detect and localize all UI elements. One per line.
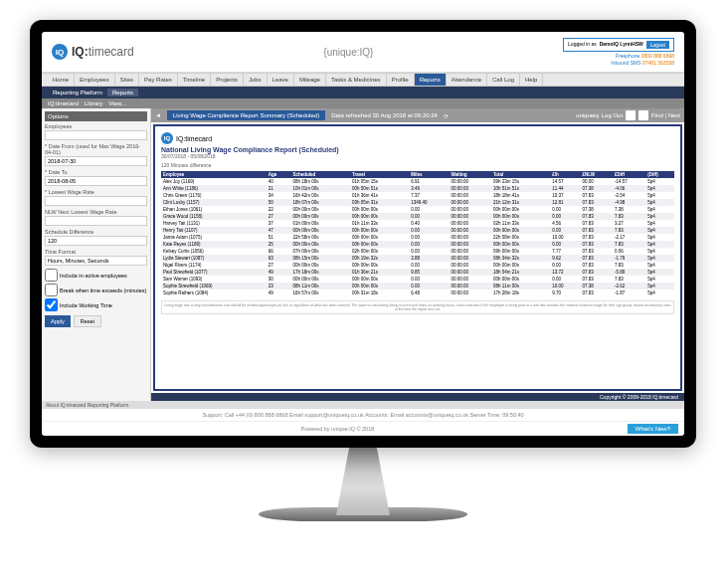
toolbar-view[interactable]: View... — [108, 100, 126, 106]
export-icon[interactable] — [626, 110, 636, 120]
table-row[interactable]: Grace Wood (1158)2700h 00m 00s00h 00m 00… — [161, 213, 674, 220]
cell: 5p4 — [645, 213, 674, 220]
cell: Harvey Tait (1131) — [161, 220, 267, 227]
subnav-reporting-platform[interactable]: Reporting Platform — [48, 89, 107, 96]
refresh-icon[interactable]: ⟳ — [444, 112, 449, 119]
nav-mileage[interactable]: Mileage — [294, 74, 326, 86]
table-row[interactable]: Chris Green (1176)3416h 42m 00s01h 36m 4… — [161, 192, 674, 199]
cell: 5p4 — [645, 185, 674, 192]
nav-attendance[interactable]: Attendance — [447, 74, 487, 86]
cell: Clint Lusby (1157) — [161, 199, 267, 206]
reset-button[interactable]: Reset — [74, 315, 101, 327]
cell: 00:00:00 — [449, 234, 491, 241]
copyright-footer: Copyright © 2009-2018 IQ:timecard — [151, 393, 684, 401]
cell: 00h 19m 32s — [350, 255, 409, 262]
cell: 3.88 — [409, 255, 449, 262]
table-row[interactable]: Clint Lusby (1157)5018h 07m 00s03h 05m 3… — [161, 199, 674, 206]
cell: 07.38 — [580, 185, 613, 192]
find-label[interactable]: Find | Next — [651, 112, 680, 118]
back-icon[interactable]: ◄ — [155, 112, 161, 118]
chk-inactive-label: Include in-active employees — [60, 273, 127, 279]
nav-jobs[interactable]: Jobs — [244, 74, 268, 86]
table-row[interactable]: Sam Warner (1093)3000h 00m 00s00h 00m 00… — [161, 276, 674, 283]
table-row[interactable]: Alex Joy (1169)4008h 18m 00s01h 05m 15s6… — [161, 178, 674, 185]
table-row[interactable]: Paul Strewheld (1077)4917h 18m 00s01h 36… — [161, 269, 674, 276]
cell: Chris Green (1176) — [161, 192, 267, 199]
employees-input[interactable] — [45, 130, 147, 140]
logout-link[interactable]: Log Out — [602, 112, 623, 118]
cell: 14.57 — [550, 178, 580, 185]
nav-reports[interactable]: Reports — [415, 74, 447, 86]
table-row[interactable]: Kate Reyes (1189)2500h 00m 00s00h 00m 00… — [161, 241, 674, 248]
cell: Jamie Adam (1075) — [161, 234, 267, 241]
table-row[interactable]: Henry Tait (1107)4700h 00m 00s00h 00m 00… — [161, 227, 674, 234]
nav-sites[interactable]: Sites — [115, 74, 139, 86]
nav-employees[interactable]: Employees — [75, 74, 115, 86]
next-lowest-input[interactable] — [45, 216, 147, 226]
table-row[interactable]: Kelsey Curtis (1056)6607h 00m 00s02h 00m… — [161, 248, 674, 255]
cell: Sam Warner (1093) — [161, 276, 267, 283]
table-row[interactable]: Ethan Jones (1061)2200h 00m 00s00h 00m 0… — [161, 206, 674, 213]
table-row[interactable]: Nigel Rivers (1174)2700h 00m 00s00h 00m … — [161, 262, 674, 269]
cell: Sophie Strewheld (1069) — [161, 283, 267, 289]
bottom-footer: Powered by unique:IQ © 2018 What's New? — [42, 421, 684, 436]
support-footer: Support: Call +44 (0) 800 888 6868 Email… — [42, 409, 684, 421]
cell: -2.62 — [613, 283, 645, 289]
cell: 0.00 — [550, 276, 580, 283]
cell: 63 — [267, 255, 291, 262]
table-row[interactable]: Harvey Tait (1131)3701h 00m 00s01h 11m 3… — [161, 220, 674, 227]
cell: 00h 00m 00s — [350, 283, 409, 289]
report-tab-bar: ◄ Living Wage Compliance Report Summary … — [151, 108, 684, 122]
toolbar-library[interactable]: Library — [85, 100, 102, 106]
dateto-input[interactable] — [45, 176, 147, 186]
nav-pay-rates[interactable]: Pay Rates — [139, 74, 178, 86]
chk-break[interactable] — [45, 284, 58, 296]
apply-button[interactable]: Apply — [45, 315, 71, 327]
print-icon[interactable] — [638, 110, 648, 120]
cell: 50 — [267, 199, 291, 206]
lowest-wage-input[interactable] — [45, 196, 147, 206]
chk-inactive[interactable] — [45, 269, 58, 282]
chk-working-label: Include Working Time — [60, 302, 112, 308]
monitor-stand-neck — [318, 446, 408, 515]
table-row[interactable]: Sophie Strewheld (1069)2308h 11m 00s00h … — [161, 283, 674, 289]
cell: -4.06 — [613, 185, 645, 192]
datefrom-input[interactable] — [45, 156, 147, 166]
col-header: Total — [491, 171, 550, 178]
cell: 17h 28m 18s — [491, 289, 550, 296]
cell: 01h 05m 15s — [350, 178, 409, 185]
about-link[interactable]: About IQ:timecard Reporting Platform — [42, 401, 684, 409]
report-tab-title[interactable]: Living Wage Compliance Report Summary (S… — [167, 110, 325, 120]
schdiff-input[interactable] — [45, 236, 147, 246]
whats-new-button[interactable]: What's New? — [628, 424, 678, 434]
subnav-reports[interactable]: Reports — [107, 89, 138, 96]
timefmt-input[interactable] — [45, 256, 147, 266]
cell: 08h 34m 32s — [491, 255, 550, 262]
nav-timeline[interactable]: Timeline — [178, 74, 211, 86]
cell: 07.38 — [580, 206, 613, 213]
nav-home[interactable]: Home — [48, 74, 75, 86]
cell: 00h 00m 00s — [491, 276, 550, 283]
cell: 07.83 — [580, 241, 613, 248]
cell: 5p4 — [645, 255, 674, 262]
cell: 02h 00m 00s — [350, 248, 409, 255]
nav-tasks-medicines[interactable]: Tasks & Medicines — [326, 74, 387, 86]
nav-call-log[interactable]: Call Log — [487, 74, 520, 86]
table-row[interactable]: Jamie Adam (1075)5122h 58m 00s00h 00m 00… — [161, 234, 674, 241]
cell: 5p4 — [645, 276, 674, 283]
table-row[interactable]: Ann White (1186)2110h 01m 00s00h 50m 51s… — [161, 185, 674, 192]
table-row[interactable]: Sophie Rathers (1084)4916h 57m 00s00h 31… — [161, 289, 674, 296]
nav-help[interactable]: Help — [520, 74, 543, 86]
report-logo: IQ IQ:timecard — [161, 132, 674, 144]
logout-button[interactable]: Logout — [646, 41, 669, 49]
cell: 00h 00m 00s — [350, 227, 409, 234]
cell: 00h 00m 00s — [291, 213, 350, 220]
nav-projects[interactable]: Projects — [211, 74, 244, 86]
cell: 37 — [267, 220, 291, 227]
table-row[interactable]: Lydia Stewart (1087)6308h 15m 00s00h 19m… — [161, 255, 674, 262]
nav-leave[interactable]: Leave — [268, 74, 294, 86]
chk-working[interactable] — [45, 298, 58, 311]
cell: 13.72 — [550, 269, 580, 276]
cell: 5p4 — [645, 262, 674, 269]
nav-profile[interactable]: Profile — [387, 74, 415, 86]
